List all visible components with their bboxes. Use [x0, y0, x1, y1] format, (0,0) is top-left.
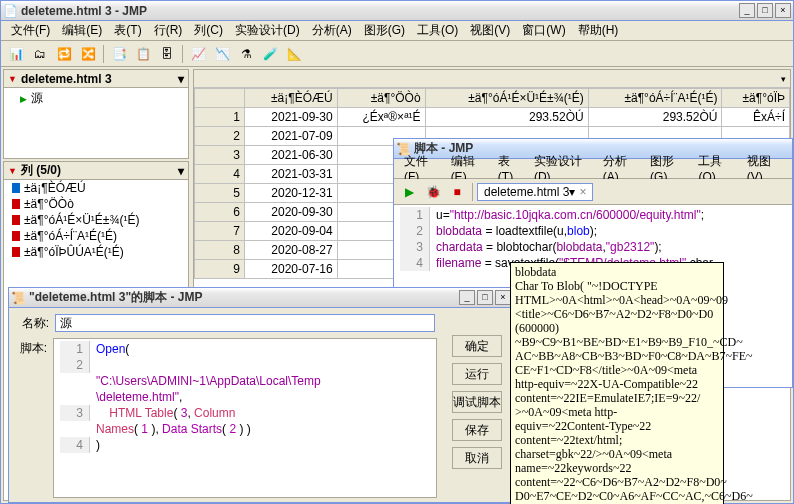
table-row[interactable]: 12021-09-30¿Éxª®×ª¹É293.52ÒÚ293.52ÒÚÊxÁ÷… — [195, 108, 790, 127]
main-title: deleteme.html 3 - JMP — [21, 4, 739, 18]
app-icon: 📄 — [3, 4, 17, 18]
name-input[interactable] — [55, 314, 435, 332]
minimize-button[interactable]: _ — [459, 290, 475, 305]
bar-icon — [12, 183, 20, 193]
dialog-titlebar[interactable]: 📜 "deleteme.html 3"的脚本 - JMP _ □ × — [9, 288, 513, 308]
tool-8-icon[interactable]: 📈 — [187, 43, 209, 65]
grid-header[interactable]: ±ä¡¶ÈÓÆÚ — [245, 89, 338, 108]
grid-header[interactable]: ±ä¶°óÁ¹É×Ü¹É±¾(¹É) — [425, 89, 588, 108]
tool-1-icon[interactable]: 📊 — [5, 43, 27, 65]
minimize-button[interactable]: _ — [739, 3, 755, 18]
tool-6-icon[interactable]: 📋 — [132, 43, 154, 65]
run-icon[interactable]: ▶ — [398, 181, 420, 203]
disclosure-icon[interactable]: ▼ — [8, 74, 17, 84]
menu-tools[interactable]: 工具(O) — [411, 20, 464, 41]
main-menubar: 文件(F) 编辑(E) 表(T) 行(R) 列(C) 实验设计(D) 分析(A)… — [1, 21, 793, 41]
debug-icon[interactable]: 🐞 — [422, 181, 444, 203]
column-item-label: ±ä¶°óÏÞÛÚA¹É(¹É) — [24, 245, 124, 259]
tab-dropdown-icon[interactable]: ▾ — [569, 185, 575, 199]
tool-10-icon[interactable]: ⚗ — [235, 43, 257, 65]
bar-icon — [12, 231, 20, 241]
script-menubar: 文件(F) 编辑(E) 表(T) 实验设计(D) 分析(A) 图形(G) 工具(… — [394, 159, 792, 179]
menu-graph[interactable]: 图形(G) — [358, 20, 411, 41]
source-item-label: 源 — [31, 90, 43, 107]
bar-icon — [12, 199, 20, 209]
columns-panel-header[interactable]: ▼ 列 (5/0) ▾ — [4, 162, 188, 180]
name-label: 名称: — [15, 315, 55, 332]
name-row: 名称: — [13, 312, 437, 334]
tool-5-icon[interactable]: 📑 — [108, 43, 130, 65]
source-panel-title: deleteme.html 3 — [21, 72, 112, 86]
tool-11-icon[interactable]: 🧪 — [259, 43, 281, 65]
bar-icon — [12, 215, 20, 225]
menu-row[interactable]: 行(R) — [148, 20, 189, 41]
separator — [103, 45, 104, 63]
bar-icon — [12, 247, 20, 257]
close-button[interactable]: × — [775, 3, 791, 18]
tool-9-icon[interactable]: 📉 — [211, 43, 233, 65]
grid-header[interactable]: ±ä¶°óÁ÷Í¨A¹É(¹É) — [588, 89, 722, 108]
separator — [472, 183, 473, 201]
source-panel-header[interactable]: ▼ deleteme.html 3 ▾ — [4, 70, 188, 88]
menu-file[interactable]: 文件(F) — [5, 20, 56, 41]
script-label: 脚本: — [13, 338, 53, 498]
dialog-script-editor[interactable]: 1Open(2"C:\Users\ADMINI~1\AppData\Local\… — [53, 338, 437, 498]
script-toolbar: ▶ 🐞 ■ deleteme.html 3 ▾ × — [394, 179, 792, 205]
column-item[interactable]: ±ä¶°óÏÞÛÚA¹É(¹É) — [4, 244, 188, 260]
column-item-label: ±ä¶°óÁ÷Í¨A¹É(¹É) — [24, 229, 117, 243]
menu-view[interactable]: 视图(V) — [464, 20, 516, 41]
tool-2-icon[interactable]: 🗂 — [29, 43, 51, 65]
maximize-button[interactable]: □ — [757, 3, 773, 18]
stop-icon[interactable]: ■ — [446, 181, 468, 203]
grid-header[interactable]: ±ä¶°óÏÞ — [722, 89, 790, 108]
columns-panel-title: 列 (5/0) — [21, 162, 61, 179]
main-toolbar: 📊 🗂 🔁 🔀 📑 📋 🗄 📈 📉 ⚗ 🧪 📐 — [1, 41, 793, 67]
grid-header[interactable] — [195, 89, 245, 108]
tab-close-icon[interactable]: × — [579, 185, 586, 199]
column-item[interactable]: ±ä¶°ÖÒò — [4, 196, 188, 212]
column-item-label: ±ä¶°ÖÒò — [24, 197, 74, 211]
column-item[interactable]: ±ä¡¶ÈÓÆÚ — [4, 180, 188, 196]
menu-edit[interactable]: 编辑(E) — [56, 20, 108, 41]
source-item[interactable]: ▶ 源 — [4, 88, 188, 109]
grid-corner-dropdown-icon[interactable]: ▾ — [781, 74, 786, 84]
tooltip: blobdata Char To Blob( "~!DOCTYPE HTML>~… — [510, 262, 724, 504]
disclosure-icon[interactable]: ▼ — [8, 166, 17, 176]
script-tab-label: deleteme.html 3 — [484, 185, 569, 199]
run-button[interactable]: 运行 — [452, 363, 502, 385]
dialog-icon: 📜 — [11, 291, 25, 305]
close-button[interactable]: × — [495, 290, 511, 305]
main-titlebar[interactable]: 📄 deleteme.html 3 - JMP _ □ × — [1, 1, 793, 21]
tool-4-icon[interactable]: 🔀 — [77, 43, 99, 65]
grid-header[interactable]: ±ä¶°ÖÒò — [337, 89, 425, 108]
debug-button[interactable]: 调试脚本 — [452, 391, 502, 413]
ok-button[interactable]: 确定 — [452, 335, 502, 357]
menu-table[interactable]: 表(T) — [108, 20, 147, 41]
cancel-button[interactable]: 取消 — [452, 447, 502, 469]
menu-help[interactable]: 帮助(H) — [572, 20, 625, 41]
tool-12-icon[interactable]: 📐 — [283, 43, 305, 65]
save-button[interactable]: 保存 — [452, 419, 502, 441]
menu-analyze[interactable]: 分析(A) — [306, 20, 358, 41]
play-icon: ▶ — [20, 94, 27, 104]
menu-col[interactable]: 列(C) — [188, 20, 229, 41]
tool-7-icon[interactable]: 🗄 — [156, 43, 178, 65]
separator — [182, 45, 183, 63]
dialog-window: 📜 "deleteme.html 3"的脚本 - JMP _ □ × 名称: 脚… — [8, 287, 514, 503]
panel-dropdown-icon[interactable]: ▾ — [178, 72, 184, 86]
menu-window[interactable]: 窗口(W) — [516, 20, 571, 41]
column-item-label: ±ä¡¶ÈÓÆÚ — [24, 181, 86, 195]
menu-doe[interactable]: 实验设计(D) — [229, 20, 306, 41]
dialog-title: "deleteme.html 3"的脚本 - JMP — [29, 289, 459, 306]
source-panel: ▼ deleteme.html 3 ▾ ▶ 源 — [3, 69, 189, 159]
panel-dropdown-icon[interactable]: ▾ — [178, 164, 184, 178]
maximize-button[interactable]: □ — [477, 290, 493, 305]
column-item-label: ±ä¶°óÁ¹É×Ü¹É±¾(¹É) — [24, 213, 139, 227]
script-tab[interactable]: deleteme.html 3 ▾ × — [477, 183, 593, 201]
tool-3-icon[interactable]: 🔁 — [53, 43, 75, 65]
column-item[interactable]: ±ä¶°óÁ÷Í¨A¹É(¹É) — [4, 228, 188, 244]
column-item[interactable]: ±ä¶°óÁ¹É×Ü¹É±¾(¹É) — [4, 212, 188, 228]
